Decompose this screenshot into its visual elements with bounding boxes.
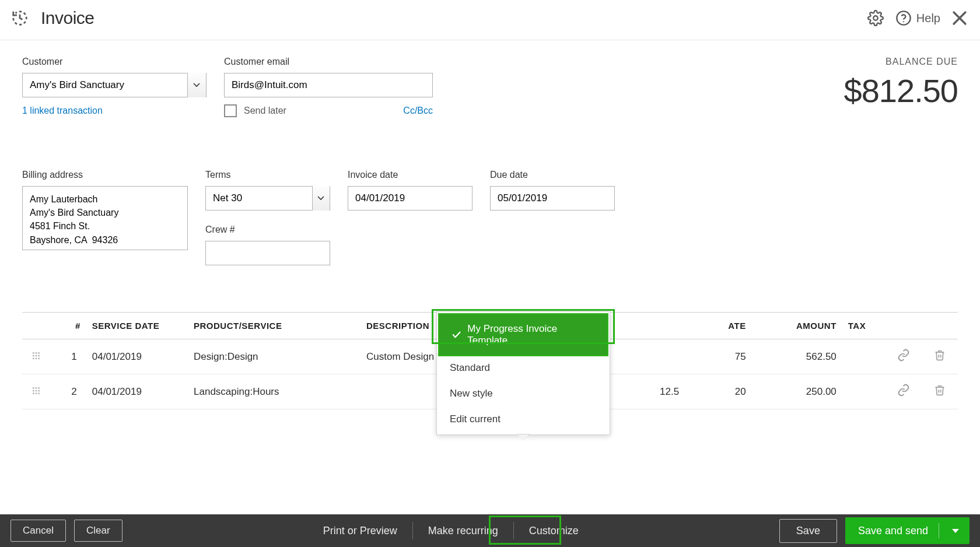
svg-point-19 xyxy=(38,390,40,391)
cell-product[interactable]: Design:Design xyxy=(188,339,360,374)
svg-point-10 xyxy=(38,355,40,356)
svg-point-9 xyxy=(35,355,37,356)
help-label: Help xyxy=(916,12,940,25)
ccbcc-link[interactable]: Cc/Bcc xyxy=(403,106,433,116)
customize-button[interactable]: Customize xyxy=(514,514,594,547)
svg-point-15 xyxy=(35,387,37,388)
col-num: # xyxy=(50,313,86,339)
print-preview-button[interactable]: Print or Preview xyxy=(308,514,412,547)
chevron-down-icon[interactable] xyxy=(187,73,206,97)
help-button[interactable]: Help xyxy=(895,10,940,26)
svg-point-0 xyxy=(873,16,877,20)
link-icon[interactable] xyxy=(897,353,910,364)
footer-bar: Cancel Clear Print or Preview Make recur… xyxy=(0,514,980,547)
crew-input[interactable] xyxy=(205,241,330,265)
svg-point-17 xyxy=(33,390,34,391)
template-option-label: My Progress Invoice Template xyxy=(467,323,595,346)
terms-input[interactable] xyxy=(206,192,312,204)
svg-point-8 xyxy=(33,355,34,356)
cell-num: 2 xyxy=(50,374,86,409)
terms-select[interactable] xyxy=(205,186,330,211)
svg-point-13 xyxy=(38,357,40,359)
svg-point-18 xyxy=(35,390,37,391)
invoice-date-input[interactable] xyxy=(348,186,473,211)
customer-input[interactable] xyxy=(23,79,187,91)
crew-label: Crew # xyxy=(205,225,330,235)
invoice-date-label: Invoice date xyxy=(348,170,473,180)
svg-point-21 xyxy=(35,392,37,394)
col-product: PRODUCT/SERVICE xyxy=(188,313,360,339)
customize-template-popup: My Progress Invoice Template Standard Ne… xyxy=(436,311,610,435)
cell-num: 1 xyxy=(50,339,86,374)
chevron-down-icon[interactable] xyxy=(952,529,959,533)
svg-point-16 xyxy=(38,387,40,388)
cell-rate[interactable]: 20 xyxy=(685,374,752,409)
send-later-label: Send later xyxy=(244,106,286,116)
make-recurring-button[interactable]: Make recurring xyxy=(413,514,513,547)
cancel-button[interactable]: Cancel xyxy=(10,520,66,542)
send-later-checkbox[interactable] xyxy=(224,104,237,117)
template-option-standard[interactable]: Standard xyxy=(439,355,607,381)
svg-point-11 xyxy=(33,357,34,359)
billing-address-label: Billing address xyxy=(22,170,188,180)
svg-point-14 xyxy=(33,387,34,388)
cell-qty[interactable]: 12.5 xyxy=(608,374,685,409)
template-option-new-style[interactable]: New style xyxy=(439,381,607,406)
customer-email-input[interactable] xyxy=(224,73,433,97)
drag-handle-icon[interactable] xyxy=(22,374,50,409)
cell-amount[interactable]: 562.50 xyxy=(752,339,842,374)
cell-service-date[interactable]: 04/01/2019 xyxy=(86,374,188,409)
svg-point-6 xyxy=(35,352,37,353)
gear-icon[interactable] xyxy=(866,9,885,27)
svg-point-22 xyxy=(38,392,40,394)
col-rate: ATE xyxy=(685,313,752,339)
col-tax: TAX xyxy=(842,313,886,339)
customer-label: Customer xyxy=(22,57,206,67)
col-service-date: SERVICE DATE xyxy=(86,313,188,339)
col-qty xyxy=(608,313,685,339)
col-amount: AMOUNT xyxy=(752,313,842,339)
link-icon[interactable] xyxy=(897,388,910,399)
svg-point-20 xyxy=(33,392,34,394)
cell-product[interactable]: Landscaping:Hours xyxy=(188,374,360,409)
template-option-edit-current[interactable]: Edit current xyxy=(439,406,607,432)
svg-point-5 xyxy=(33,352,34,353)
cell-amount[interactable]: 250.00 xyxy=(752,374,842,409)
linked-transaction-link[interactable]: 1 linked transaction xyxy=(22,106,206,116)
svg-point-12 xyxy=(35,357,37,359)
terms-label: Terms xyxy=(205,170,330,180)
clear-button[interactable]: Clear xyxy=(74,520,123,542)
close-icon[interactable] xyxy=(951,9,968,27)
save-button[interactable]: Save xyxy=(779,519,837,543)
due-date-label: Due date xyxy=(490,170,615,180)
save-and-send-label: Save and send xyxy=(858,525,928,537)
template-option-my-progress[interactable]: My Progress Invoice Template xyxy=(439,314,607,355)
chevron-down-icon[interactable] xyxy=(312,186,330,211)
customer-email-label: Customer email xyxy=(224,57,433,67)
due-date-input[interactable] xyxy=(490,186,615,211)
svg-point-1 xyxy=(897,11,910,24)
cell-rate[interactable]: 75 xyxy=(685,339,752,374)
cell-tax[interactable] xyxy=(842,374,886,409)
cell-service-date[interactable]: 04/01/2019 xyxy=(86,339,188,374)
trash-icon[interactable] xyxy=(934,352,946,363)
svg-point-7 xyxy=(38,352,40,353)
balance-due-label: BALANCE DUE xyxy=(844,57,958,67)
trash-icon[interactable] xyxy=(934,387,946,398)
page-title: Invoice xyxy=(41,8,94,28)
cell-qty[interactable] xyxy=(608,339,685,374)
cell-tax[interactable] xyxy=(842,339,886,374)
save-and-send-button[interactable]: Save and send xyxy=(845,517,970,544)
balance-due-amount: $812.50 xyxy=(844,72,958,110)
customer-select[interactable] xyxy=(22,73,206,97)
billing-address-input[interactable] xyxy=(22,186,188,250)
drag-handle-icon[interactable] xyxy=(22,339,50,374)
svg-point-2 xyxy=(903,21,904,22)
history-icon[interactable] xyxy=(10,9,29,27)
